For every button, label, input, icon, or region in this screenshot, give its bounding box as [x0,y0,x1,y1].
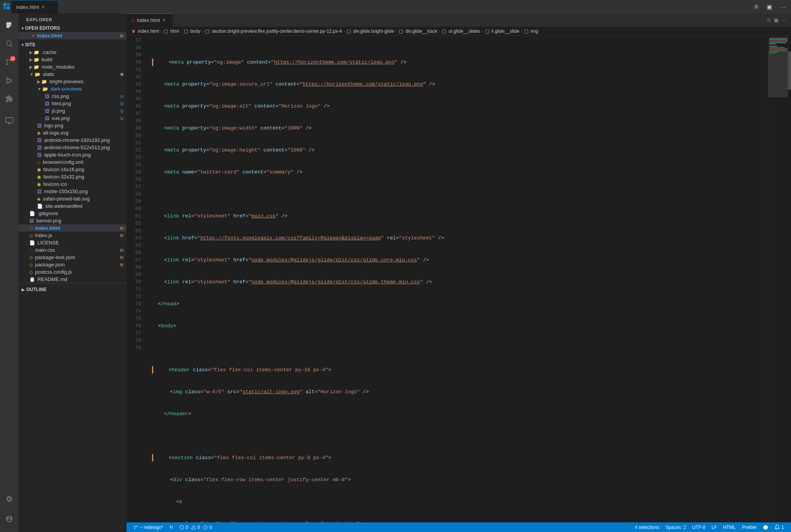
file-item-dark-previews[interactable]: ▼ 📂 dark-previews [19,85,127,93]
file-item-index-js[interactable]: ◇ index.js M [19,232,127,239]
more-actions-button[interactable]: ··· [778,3,788,11]
status-spaces[interactable]: Spaces: 2 [663,525,689,530]
file-item-cache[interactable]: ▶ 📁 .cache [19,49,127,56]
site-section[interactable]: ▾ SITE [19,41,127,49]
breadcrumb-sep-0: › [161,29,162,34]
file-item-mstile[interactable]: 🖼 mstile-150x150.png [19,188,127,195]
split-editor-button[interactable]: ⎘ [752,3,761,11]
extensions-activity-icon[interactable] [1,91,18,108]
svg-rect-0 [3,3,6,6]
file-label-license: LICENSE [37,240,59,246]
status-language[interactable]: HTML [720,525,739,530]
file-item-bright-previews[interactable]: ▶ 📁 bright-previews [19,78,127,85]
file-item-favicon-32[interactable]: ◉ favicon-32x32.png [19,173,127,180]
code-line-56: <div class="flex flex-row items-center j… [152,476,768,483]
breadcrumb-part-0[interactable]: index.html [131,29,159,34]
file-item-static[interactable]: ▼ 📂 static [19,71,127,78]
editor-tab-active[interactable]: ◇ index.html ✕ [127,13,173,27]
status-line-ending[interactable]: LF [708,525,720,530]
file-item-build[interactable]: ▶ 📁 build [19,56,127,63]
status-selections[interactable]: 4 selections [632,525,662,530]
status-spaces-label: Spaces: 2 [666,525,686,530]
git-status-package-json: M [120,263,127,267]
settings-activity-icon[interactable] [1,490,18,507]
outline-section-header[interactable]: ▶ OUTLINE [19,286,127,293]
breadcrumb-part-4[interactable]: div.glide.bright-glide [346,29,394,34]
breadcrumb-part-8[interactable]: img [524,29,538,34]
file-item-banner[interactable]: 🖼 banner.png [19,217,127,224]
tab-index-html[interactable]: index.html ✕ [12,0,58,13]
file-item-safari-pinned[interactable]: ◈ safari-pinned-tab.svg [19,195,127,202]
open-editor-index-html[interactable]: ✕ index.html M [19,32,127,39]
png-icon-android-512: 🖼 [37,145,42,150]
account-activity-icon[interactable] [1,510,18,527]
file-item-favicon-16[interactable]: ◉ favicon-16x16.png [19,166,127,173]
file-label-index-html: index.html [35,225,60,231]
split-right-button[interactable]: ⎘ [767,17,771,23]
file-item-browserconfig[interactable]: ◇ browserconfig.xml [19,158,127,166]
png-icon-html: 🖼 [45,101,49,106]
file-item-css-png[interactable]: 🖼 css.png U [19,93,127,100]
file-label-bright-previews: bright-previews [49,79,83,84]
git-activity-icon[interactable]: 13 [1,54,18,71]
breadcrumb-part-2[interactable]: body [184,29,200,34]
file-item-postcss[interactable]: ◇ postcss.config.js [19,268,127,276]
breadcrumb-part-7[interactable]: li.glide__slide [485,29,519,34]
line-num-56: 56 [127,176,141,183]
scrollbar-thumb[interactable] [788,51,791,90]
file-item-android-512[interactable]: 🖼 android-chrome-512x512.png [19,144,127,151]
code-line-37: <meta property="og:image" content="https… [152,59,768,66]
file-item-android-192[interactable]: 🖼 android-chrome-192x192.png [19,136,127,144]
breadcrumb-part-3[interactable]: section.bright-preview.flex.justify-cent… [205,29,342,34]
status-formatter[interactable]: Prettier [739,525,760,530]
file-item-alt-logo-svg[interactable]: ◈ alt-logo.svg [19,129,127,136]
chevron-right-icon-build: ▶ [29,57,33,62]
file-label-apple-touch: apple-touch-icon.png [44,152,91,158]
breadcrumb-part-5[interactable]: div.glide__track [399,29,437,34]
activity-bar-bottom [1,490,18,532]
file-item-html-png[interactable]: 🖼 html.png U [19,100,127,107]
status-errors[interactable]: 0 0 0 [176,522,215,532]
file-item-readme[interactable]: 📋 README.md [19,276,127,283]
file-item-logo-png[interactable]: 🖼 logo.png [19,122,127,129]
file-item-node-modules[interactable]: ▶ 📁 node_modules [19,63,127,71]
svg-point-28 [763,525,768,530]
breadcrumb-part-1[interactable]: html [164,29,179,34]
file-item-apple-touch[interactable]: 🖼 apple-touch-icon.png [19,151,127,158]
layout-toggle-button[interactable]: ▣ [774,17,779,23]
file-item-main-css[interactable]: ◇ main.css M [19,246,127,254]
editor-tab-close[interactable]: ✕ [162,18,166,23]
file-item-index-html[interactable]: ◇ index.html M [19,224,127,232]
sidebar-title: EXPLORER [19,13,127,24]
file-item-js-png[interactable]: 🖼 js.png U [19,107,127,114]
remote-activity-icon[interactable] [1,112,18,129]
status-live-share[interactable] [760,525,771,530]
status-notifications[interactable]: 1 [771,525,787,530]
file-item-vue-png[interactable]: 🖼 vue.png U [19,114,127,122]
file-item-favicon-ico[interactable]: ◉ favicon.ico [19,180,127,188]
explorer-activity-icon[interactable] [1,17,18,34]
static-dot [120,73,123,76]
debug-activity-icon[interactable] [1,72,18,89]
file-item-package-json[interactable]: ◇ package.json M [19,261,127,268]
status-branch[interactable]: ⑂ redesign* [130,522,166,532]
code-line-41: <meta property="og:image:height" content… [152,146,768,154]
code-content[interactable]: <meta property="og:image" content="https… [146,36,768,522]
png-icon-apple: 🖼 [37,152,42,158]
file-item-license[interactable]: 📄 LICENSE [19,239,127,246]
file-item-webmanifest[interactable]: 📄 site.webmanifest [19,202,127,210]
open-editors-section[interactable]: ▾ OPEN EDITORS [19,24,127,32]
code-line-40: <meta property="og:image:width" content=… [152,125,768,132]
status-sync[interactable]: ↻ [166,522,176,532]
breadcrumb-part-6[interactable]: ul.glide__slides [442,29,480,34]
file-item-gitignore[interactable]: 📄 .gitignore [19,210,127,217]
search-activity-icon[interactable] [1,35,18,52]
status-encoding[interactable]: UTF-8 [689,525,708,530]
code-editor[interactable]: 37 38 39 40 41 42 43 44 45 46 47 48 49 5… [127,36,791,522]
editor-more-button[interactable]: ··· [782,17,786,23]
layout-button[interactable]: ▣ [764,3,774,11]
file-item-package-lock[interactable]: ◇ package-lock.json M [19,254,127,261]
code-line-45: <link href="https://fonts.googleapis.com… [152,234,768,242]
code-line-39: <meta property="og:image:alt" content="H… [152,103,768,110]
tab-close-button[interactable]: ✕ [41,5,45,10]
